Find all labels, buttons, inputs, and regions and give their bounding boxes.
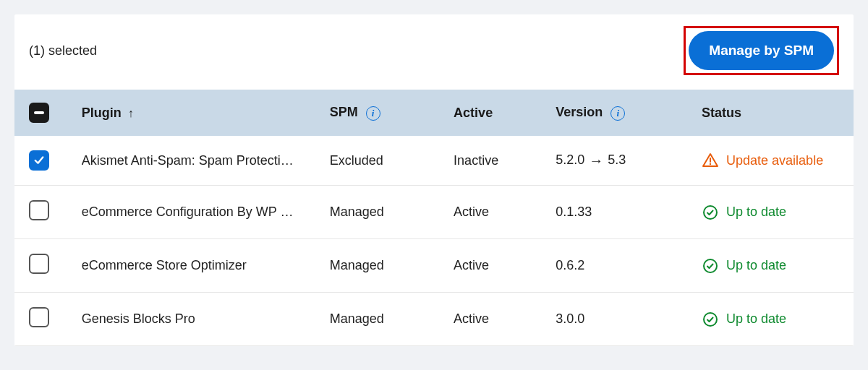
manage-by-spm-button[interactable]: Manage by SPM	[689, 31, 834, 70]
status-text: Up to date	[726, 258, 786, 273]
status-cell: Up to date	[702, 311, 845, 328]
check-circle-icon	[702, 311, 719, 328]
table-row: Genesis Blocks ProManagedActive3.0.0Up t…	[14, 293, 854, 346]
plugin-name: eCommerce Store Optimizer	[82, 258, 247, 273]
status-cell: Up to date	[702, 204, 845, 221]
active-value: Active	[445, 239, 547, 293]
version-to: 5.3	[608, 152, 626, 167]
check-circle-icon	[702, 257, 719, 275]
row-checkbox[interactable]	[29, 150, 49, 171]
table-row: eCommerce Store OptimizerManagedActive0.…	[14, 239, 854, 293]
col-header-version-label: Version	[556, 105, 603, 119]
manage-button-highlight: Manage by SPM	[684, 26, 839, 75]
arrow-right-icon: →	[589, 152, 603, 168]
col-header-active[interactable]: Active	[445, 90, 547, 136]
version-from: 5.2.0	[556, 152, 584, 167]
col-header-spm-label: SPM	[330, 105, 358, 119]
col-header-status-label: Status	[702, 106, 741, 120]
active-value: Inactive	[445, 136, 547, 186]
info-icon[interactable]: i	[610, 106, 625, 121]
status-cell: Update available	[702, 152, 845, 169]
table-row: Akismet Anti-Spam: Spam Protecti…Exclude…	[14, 136, 854, 186]
check-icon	[33, 154, 46, 167]
alert-triangle-icon	[702, 152, 719, 169]
version-value: 5.2.0→5.3	[547, 136, 693, 186]
status-text: Up to date	[726, 311, 786, 327]
status-cell: Up to date	[702, 257, 845, 275]
spm-value: Managed	[321, 239, 445, 293]
row-checkbox[interactable]	[29, 200, 49, 220]
spm-value: Excluded	[321, 136, 445, 186]
table-row: eCommerce Configuration By WP …ManagedAc…	[14, 186, 854, 239]
table-header-row: Plugin ↑ SPM i Active Version i Status	[14, 90, 854, 136]
version-value: 3.0.0	[547, 293, 693, 346]
col-header-active-label: Active	[454, 106, 493, 120]
spm-value: Managed	[321, 293, 445, 346]
plugin-name: Akismet Anti-Spam: Spam Protecti…	[82, 153, 294, 168]
version-value: 0.1.33	[547, 186, 693, 239]
svg-point-1	[710, 163, 711, 165]
version-value: 0.6.2	[547, 239, 693, 293]
active-value: Active	[445, 293, 547, 346]
col-header-plugin-label: Plugin	[82, 106, 122, 120]
selection-count: (1) selected	[29, 43, 97, 59]
indeterminate-icon	[34, 111, 44, 114]
col-header-spm[interactable]: SPM i	[321, 90, 445, 136]
spm-value: Managed	[321, 186, 445, 239]
status-text: Up to date	[726, 205, 786, 220]
row-checkbox[interactable]	[29, 254, 49, 274]
info-icon[interactable]: i	[366, 106, 380, 121]
col-header-version[interactable]: Version i	[547, 90, 693, 136]
col-header-plugin[interactable]: Plugin ↑	[73, 90, 321, 136]
topbar: (1) selected Manage by SPM	[14, 14, 854, 90]
check-circle-icon	[702, 204, 719, 221]
plugin-name: eCommerce Configuration By WP …	[82, 205, 294, 220]
col-header-status[interactable]: Status	[693, 90, 854, 136]
select-all-checkbox[interactable]	[29, 103, 49, 123]
plugin-panel: (1) selected Manage by SPM Plugin ↑ SPM …	[14, 14, 854, 346]
plugin-name: Genesis Blocks Pro	[82, 311, 195, 327]
row-checkbox[interactable]	[29, 307, 49, 327]
sort-up-icon: ↑	[128, 107, 134, 119]
active-value: Active	[445, 186, 547, 239]
plugins-table: Plugin ↑ SPM i Active Version i Status	[14, 90, 854, 346]
status-text: Update available	[726, 153, 823, 168]
